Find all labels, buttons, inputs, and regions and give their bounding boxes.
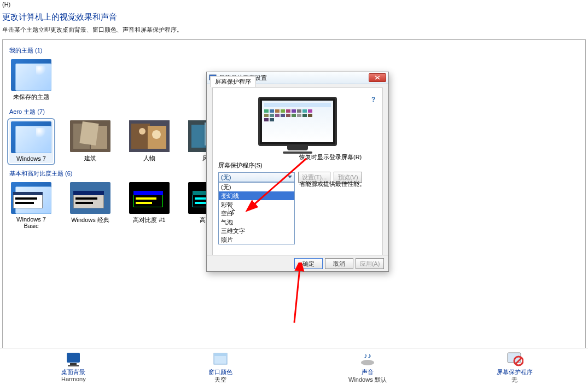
screensaver-option[interactable]: 照片 bbox=[219, 235, 294, 244]
screensaver-dialog: 屏幕保护程序设置 屏幕保护程序 ? bbox=[206, 72, 389, 272]
section-my-themes: 我的主题 (1) bbox=[9, 46, 579, 55]
screensaver-option[interactable]: 气泡 bbox=[219, 218, 294, 226]
theme-hc1[interactable]: 高对比度 #1 bbox=[127, 182, 171, 229]
close-button[interactable] bbox=[369, 73, 386, 82]
footer-value: Harmony bbox=[40, 376, 106, 382]
apply-button[interactable]: 应用(A) bbox=[356, 258, 384, 269]
cursor-icon bbox=[229, 205, 235, 215]
power-hint: 省能源或提供最佳性能。 bbox=[299, 180, 377, 188]
page-title: 更改计算机上的视觉效果和声音 bbox=[0, 9, 588, 25]
theme-label: 未保存的主题 bbox=[9, 93, 53, 101]
cancel-button[interactable]: 取消 bbox=[325, 258, 353, 269]
dialog-footer: 确定 取消 应用(A) bbox=[207, 255, 388, 271]
footer-window-color[interactable]: 窗口颜色 天空 bbox=[188, 352, 253, 384]
footer-label: 屏幕保护程序 bbox=[482, 368, 548, 376]
footer-label: 声音 bbox=[335, 368, 400, 376]
svg-point-8 bbox=[152, 130, 161, 139]
footer-value: 无 bbox=[482, 376, 548, 384]
screensaver-option[interactable]: 变幻线 bbox=[219, 191, 294, 200]
svg-rect-15 bbox=[68, 365, 79, 366]
theme-win7basic[interactable]: Windows 7 Basic bbox=[9, 182, 53, 229]
dialog-tab[interactable]: 屏幕保护程序 bbox=[210, 76, 256, 87]
theme-windows7[interactable]: Windows 7 bbox=[9, 120, 53, 163]
page-subtitle: 单击某个主题立即更改桌面背景、窗口颜色、声音和屏幕保护程序。 bbox=[0, 25, 588, 37]
theme-label: Windows 经典 bbox=[68, 216, 112, 224]
svg-point-7 bbox=[139, 128, 145, 135]
theme-people[interactable]: 人物 bbox=[127, 120, 171, 163]
footer-value: 天空 bbox=[188, 376, 253, 384]
screensaver-label: 屏幕保护程序(S) bbox=[218, 161, 377, 170]
svg-point-18 bbox=[361, 360, 374, 365]
footer-desktop-bg[interactable]: 桌面背景 Harmony bbox=[40, 352, 106, 382]
svg-text:♪♪: ♪♪ bbox=[364, 352, 371, 360]
theme-unsaved[interactable]: 未保存的主题 bbox=[9, 59, 53, 101]
footer-label: 窗口颜色 bbox=[188, 368, 253, 376]
theme-label: 高对比度 #1 bbox=[127, 216, 171, 224]
preview-monitor bbox=[258, 97, 337, 157]
theme-winclassic[interactable]: Windows 经典 bbox=[68, 182, 112, 229]
theme-architecture[interactable]: 建筑 bbox=[68, 120, 112, 163]
svg-rect-5 bbox=[131, 124, 150, 149]
screensaver-option[interactable]: (无) bbox=[219, 183, 294, 191]
footer-value: Windows 默认 bbox=[335, 376, 400, 384]
footer-label: 桌面背景 bbox=[40, 368, 106, 376]
svg-rect-13 bbox=[67, 353, 80, 363]
svg-rect-3 bbox=[79, 121, 98, 145]
svg-marker-27 bbox=[229, 205, 235, 214]
svg-rect-17 bbox=[214, 353, 227, 356]
screensaver-combobox[interactable]: (无) bbox=[218, 172, 295, 182]
ok-button[interactable]: 确定 bbox=[294, 258, 323, 269]
menu-bar: (H) bbox=[0, 0, 588, 9]
personalization-footer: 桌面背景 Harmony 窗口颜色 天空 ♪♪ 声音 Windows 默认 屏幕… bbox=[0, 348, 588, 385]
theme-label: 人物 bbox=[127, 154, 171, 162]
dialog-body: ? 屏幕保护程序(S) bbox=[212, 88, 383, 258]
theme-label: 建筑 bbox=[68, 154, 112, 162]
window-color-icon bbox=[212, 352, 229, 367]
sound-icon: ♪♪ bbox=[359, 352, 376, 367]
desktop-icon bbox=[65, 352, 82, 367]
theme-label: Windows 7 bbox=[10, 155, 52, 162]
screensaver-option[interactable]: 三维文字 bbox=[219, 226, 294, 235]
svg-rect-14 bbox=[70, 363, 77, 365]
footer-sound[interactable]: ♪♪ 声音 Windows 默认 bbox=[335, 352, 400, 384]
close-icon bbox=[375, 75, 380, 80]
screensaver-icon bbox=[506, 352, 523, 367]
footer-screensaver[interactable]: 屏幕保护程序 无 bbox=[482, 352, 548, 384]
help-icon[interactable]: ? bbox=[371, 96, 380, 104]
theme-label: Windows 7 Basic bbox=[9, 216, 53, 229]
